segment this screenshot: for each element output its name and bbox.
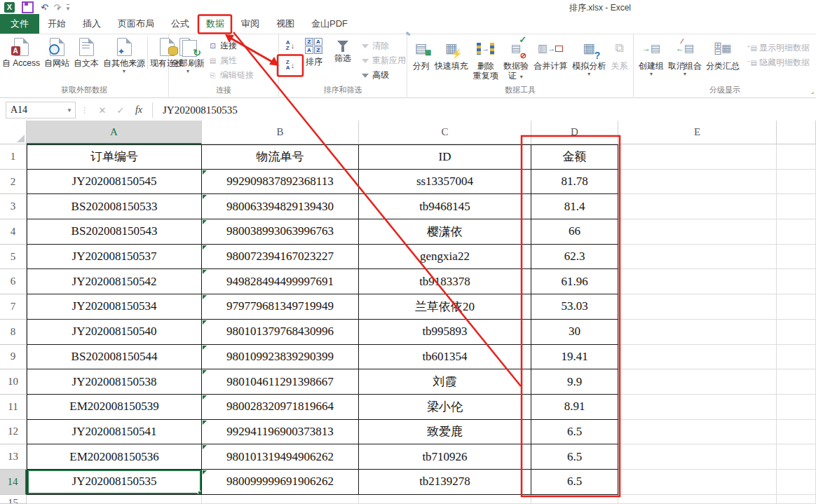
formula-input[interactable]: JY202008150535 (157, 102, 816, 118)
cell-A6[interactable]: JY202008150542 (27, 269, 202, 294)
edit-links-button[interactable]: ⎘ 编辑链接 (207, 68, 254, 83)
col-header-E[interactable]: E (618, 121, 777, 144)
cell-F2[interactable] (777, 170, 816, 195)
tab-data[interactable]: 数据 (198, 14, 233, 34)
cell-E8[interactable] (618, 320, 777, 345)
cell-C11[interactable]: 梁小伦 (359, 395, 531, 420)
cell-D1[interactable]: 金额 (531, 144, 618, 170)
cell-C5[interactable]: gengxia22 (359, 245, 531, 270)
row-header-12[interactable]: 12 (0, 420, 27, 445)
row-header-15[interactable]: 15 (0, 495, 27, 504)
row-header-7[interactable]: 7 (0, 294, 27, 320)
col-header-D[interactable]: D (531, 121, 618, 144)
cell-C9[interactable]: tb601354 (359, 345, 531, 370)
redo-button[interactable]: ↷▾ (53, 3, 59, 13)
row-header-1[interactable]: 1 (0, 144, 27, 170)
save-icon[interactable] (22, 1, 34, 13)
cell-A3[interactable]: BS202008150533 (27, 194, 202, 219)
connections-button[interactable]: ⊡ 连接 (207, 39, 254, 53)
cell-B4[interactable]: 980038993063996763 (202, 219, 359, 245)
cell-F7[interactable] (777, 294, 816, 320)
data-validation-button[interactable]: ▤✓⊘ 数据验 证 ▼ (501, 36, 531, 82)
cell-A1[interactable]: 订单编号 (27, 144, 202, 170)
row-header-14[interactable]: 14 (0, 470, 27, 495)
cell-D12[interactable]: 6.5 (531, 420, 618, 445)
cell-A11[interactable]: EM202008150539 (27, 395, 202, 420)
remove-duplicates-button[interactable]: → 删除 重复项 (471, 36, 501, 82)
what-if-analysis-button[interactable]: ▦? 模拟分析 ▼ (570, 36, 608, 78)
from-access-button[interactable]: A 自 Access (0, 36, 42, 69)
cell-B3[interactable]: 980063394829139430 (202, 194, 359, 219)
cell-F8[interactable] (777, 320, 816, 345)
cell-B10[interactable]: 980104611291398667 (202, 369, 359, 395)
cell-F14[interactable] (777, 470, 816, 495)
cell-C4[interactable]: 樱潇依 (359, 219, 531, 245)
cell-F4[interactable] (777, 219, 816, 245)
tab-home[interactable]: 开始 (39, 14, 74, 34)
cell-E13[interactable] (618, 444, 777, 470)
row-header-13[interactable]: 13 (0, 444, 27, 470)
cell-D6[interactable]: 61.96 (531, 269, 618, 294)
redo-dropdown-icon[interactable]: ▾ (57, 6, 60, 11)
reapply-filter-button[interactable]: 重新应用 (359, 53, 406, 68)
cell-D2[interactable]: 81.78 (531, 170, 618, 195)
row-header-9[interactable]: 9 (0, 345, 27, 370)
cell-A4[interactable]: BS202008150543 (27, 219, 202, 245)
properties-button[interactable]: ▤ 属性 (207, 53, 254, 68)
tab-insert[interactable]: 插入 (74, 14, 109, 34)
cell-B1[interactable]: 物流单号 (202, 144, 359, 170)
row-header-5[interactable]: 5 (0, 245, 27, 270)
cell-F13[interactable] (777, 444, 816, 470)
cell-E6[interactable] (618, 269, 777, 294)
cell-B2[interactable]: 992909837892368113 (202, 170, 359, 195)
cell-F9[interactable] (777, 345, 816, 370)
cell-D11[interactable]: 8.91 (531, 395, 618, 420)
cell-A15[interactable] (27, 495, 202, 504)
cell-E14[interactable] (618, 470, 777, 495)
tab-review[interactable]: 审阅 (233, 14, 268, 34)
cell-C2[interactable]: ss13357004 (359, 170, 531, 195)
cell-C3[interactable]: tb9468145 (359, 194, 531, 219)
cell-F1[interactable] (777, 144, 816, 170)
row-header-2[interactable]: 2 (0, 170, 27, 195)
cell-C15[interactable] (359, 495, 531, 504)
cell-C7[interactable]: 兰草依依20 (359, 294, 531, 320)
cell-E15[interactable] (618, 495, 777, 504)
cell-F3[interactable] (777, 194, 816, 219)
cell-D14[interactable]: 6.5 (531, 470, 618, 495)
row-header-8[interactable]: 8 (0, 320, 27, 345)
subtotal-button[interactable]: ⊞⊟▦ 分类汇总 (704, 36, 742, 72)
select-all-button[interactable] (0, 121, 27, 144)
cell-B14[interactable]: 980099999691906262 (202, 470, 359, 495)
show-detail-button[interactable]: ⁺▤ 显示明细数据 (746, 41, 810, 55)
cell-E9[interactable] (618, 345, 777, 370)
cell-F15[interactable] (777, 495, 816, 504)
tab-formulas[interactable]: 公式 (163, 14, 198, 34)
cancel-icon[interactable]: ✕ (93, 105, 111, 116)
cell-D5[interactable]: 62.3 (531, 245, 618, 270)
enter-icon[interactable]: ✓ (111, 105, 130, 116)
col-header-C[interactable]: C (359, 121, 531, 144)
cell-D8[interactable]: 30 (531, 320, 618, 345)
col-header-B[interactable]: B (202, 121, 359, 144)
undo-dropdown-icon[interactable]: ▾ (44, 6, 47, 11)
refresh-all-button[interactable]: ↻ 全部刷新 ▼ (169, 36, 207, 75)
cell-B15[interactable] (202, 495, 359, 504)
relationships-button[interactable]: ⧉ 关系 (608, 36, 630, 72)
cell-A13[interactable]: EM202008150536 (27, 444, 202, 470)
tab-file[interactable]: 文件 (0, 14, 39, 34)
col-header-A[interactable]: A (27, 121, 202, 144)
row-header-6[interactable]: 6 (0, 269, 27, 294)
from-web-button[interactable]: 自网站 (42, 36, 72, 69)
cell-A7[interactable]: JY202008150534 (27, 294, 202, 320)
cell-E4[interactable] (618, 219, 777, 245)
cell-E2[interactable] (618, 170, 777, 195)
cell-F5[interactable] (777, 245, 816, 270)
from-other-sources-button[interactable]: ✦ 自其他来源 ▼ (101, 36, 147, 75)
cell-D10[interactable]: 9.9 (531, 369, 618, 395)
cell-B13[interactable]: 980101319494906262 (202, 444, 359, 470)
cell-E11[interactable] (618, 395, 777, 420)
cell-F12[interactable] (777, 420, 816, 445)
cell-B7[interactable]: 979779681349719949 (202, 294, 359, 320)
cell-A9[interactable]: BS202008150544 (27, 345, 202, 370)
